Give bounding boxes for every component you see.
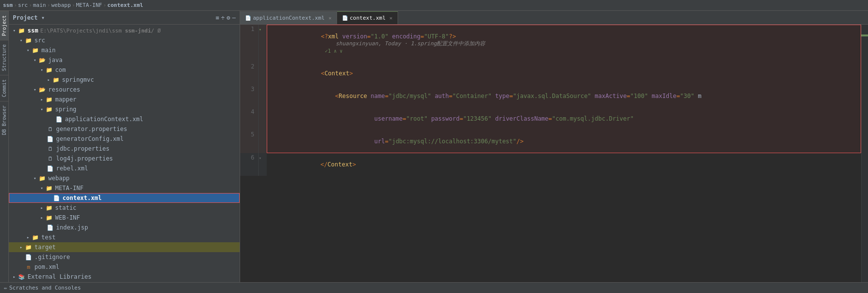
folder-icon-webinf: 📁 bbox=[45, 214, 53, 222]
scratches-bottom-label: Scratches and Consoles bbox=[9, 285, 81, 291]
tree-item-ext-libs[interactable]: ▸ 📚 External Libraries bbox=[9, 272, 240, 282]
tree-arrow-genprop bbox=[39, 127, 46, 131]
breadcrumb-ssm[interactable]: ssm bbox=[3, 2, 13, 8]
folder-icon-metainf: 📁 bbox=[45, 184, 53, 192]
line-num-5: 5 bbox=[240, 130, 259, 153]
tree-item-static[interactable]: ▸ 📁 static bbox=[9, 203, 240, 213]
folder-icon-springmvc: 📁 bbox=[52, 76, 60, 84]
folder-icon-resources: 📂 bbox=[38, 86, 46, 94]
tree-label-springmvc: springmvc bbox=[62, 76, 94, 83]
tree-item-index-jsp[interactable]: 📄 index.jsp bbox=[9, 223, 240, 232]
tree-item-test[interactable]: ▸ 📁 test bbox=[9, 232, 240, 242]
tree-label-extlibs: External Libraries bbox=[28, 273, 92, 280]
tab-close-context[interactable]: ✕ bbox=[390, 15, 393, 21]
tab-close-appctx[interactable]: ✕ bbox=[329, 15, 332, 21]
side-tabs: Project Structure Commit DB Browser bbox=[0, 11, 9, 282]
code-line-2: 2 <Context> bbox=[240, 62, 861, 85]
breadcrumb-main[interactable]: main bbox=[33, 2, 46, 8]
tree-item-log4j-props[interactable]: 🗒 log4j.properties bbox=[9, 154, 240, 163]
lib-icon: 📚 bbox=[18, 273, 26, 281]
tree-item-ssm[interactable]: ▾ 📁 ssm E:\PATS\Projects\jndi\ssm ssm-jn… bbox=[9, 26, 240, 35]
tree-label-log4j: log4j.properties bbox=[56, 155, 113, 162]
prop-icon-jdbc: 🗒 bbox=[46, 145, 54, 153]
breadcrumb-context-xml[interactable]: context.xml bbox=[107, 2, 143, 8]
tree-item-com[interactable]: ▾ 📁 com bbox=[9, 65, 240, 75]
tree-label-test: test bbox=[41, 234, 56, 241]
tree-label-genprop: generator.properties bbox=[56, 126, 127, 132]
tree-item-genconfig[interactable]: 📄 generatorConfig.xml bbox=[9, 134, 240, 144]
tree-item-spring[interactable]: ▾ 📁 spring bbox=[9, 104, 240, 114]
tree-container[interactable]: ▾ 📁 ssm E:\PATS\Projects\jndi\ssm ssm-jn… bbox=[9, 25, 240, 282]
tree-arrow-mapper: ▸ bbox=[38, 97, 45, 102]
tree-item-web-inf[interactable]: ▸ 📁 WEB-INF bbox=[9, 213, 240, 223]
tree-item-applicationcontext[interactable]: 📄 applicationContext.xml bbox=[9, 114, 240, 124]
panel-action-sort[interactable]: ÷ bbox=[221, 14, 224, 21]
tree-arrow-springmvc: ▸ bbox=[45, 77, 52, 82]
tree-label-gitignore: .gitignore bbox=[34, 254, 70, 260]
tree-label-jdbc: jdbc.properties bbox=[56, 145, 109, 152]
tree-arrow-indexjsp bbox=[39, 225, 46, 230]
side-tab-commit[interactable]: Commit bbox=[0, 75, 8, 101]
tree-item-generator-props[interactable]: 🗒 generator.properties bbox=[9, 124, 240, 134]
tree-item-mapper[interactable]: ▸ 📁 mapper bbox=[9, 95, 240, 104]
line-content-4: username="root" password="123456" driver… bbox=[267, 107, 861, 130]
tree-item-springmvc[interactable]: ▸ 📁 springmvc bbox=[9, 75, 240, 85]
code-line-6: 6 ▾ </Context> bbox=[240, 153, 861, 176]
tree-label-genconfig: generatorConfig.xml bbox=[56, 135, 124, 142]
folder-icon: 📁 bbox=[18, 27, 26, 34]
line-gutter-6: ▾ bbox=[259, 153, 267, 176]
tree-label-context: context.xml bbox=[62, 195, 101, 201]
tree-item-jdbc-props[interactable]: 🗒 jdbc.properties bbox=[9, 144, 240, 154]
side-tab-structure[interactable]: Structure bbox=[0, 40, 8, 75]
tree-label-pom: pom.xml bbox=[34, 263, 60, 270]
tab-applicationcontext[interactable]: 📄 applicationContext.xml ✕ bbox=[240, 11, 337, 24]
tree-item-gitignore[interactable]: 📄 .gitignore bbox=[9, 252, 240, 262]
tree-arrow-static: ▸ bbox=[38, 205, 45, 210]
line-content-1: <?xml version="1.0" encoding="UTF-8"?> s… bbox=[267, 25, 861, 62]
xml-icon-appctx: 📄 bbox=[55, 115, 63, 123]
tree-arrow-main: ▾ bbox=[25, 48, 31, 53]
code-scroll-area[interactable]: 1 ▾ <?xml version="1.0" encoding="UTF-8"… bbox=[240, 25, 861, 282]
tree-item-java[interactable]: ▾ 📂 java bbox=[9, 55, 240, 65]
tree-arrow-rebel bbox=[39, 166, 46, 171]
line-gutter-2 bbox=[259, 62, 267, 85]
line-gutter-3 bbox=[259, 85, 267, 107]
side-tab-db-browser[interactable]: DB Browser bbox=[0, 101, 8, 139]
breadcrumb-meta-inf[interactable]: META-INF bbox=[76, 2, 102, 8]
folder-icon-webapp: 📁 bbox=[38, 174, 46, 182]
code-lines: 1 ▾ <?xml version="1.0" encoding="UTF-8"… bbox=[240, 25, 861, 176]
tab-bar: 📄 applicationContext.xml ✕ 📄 context.xml… bbox=[240, 11, 868, 25]
tree-item-webapp[interactable]: ▾ 📁 webapp bbox=[9, 173, 240, 183]
editor-content-wrap: 1 ▾ <?xml version="1.0" encoding="UTF-8"… bbox=[240, 25, 868, 282]
panel-header: Project ▾ ≡ ÷ ⚙ — bbox=[9, 11, 240, 25]
bottom-item-scratches[interactable]: ✏ Scratches and Consoles bbox=[4, 285, 81, 291]
panel-action-list[interactable]: ≡ bbox=[216, 14, 219, 21]
line-gutter-1: ▾ bbox=[259, 25, 267, 62]
bottom-bar: ✏ Scratches and Consoles bbox=[0, 282, 868, 293]
folder-icon-com: 📁 bbox=[45, 66, 53, 74]
tree-item-main[interactable]: ▾ 📁 main bbox=[9, 45, 240, 55]
tree-item-pom[interactable]: m pom.xml bbox=[9, 262, 240, 272]
tree-item-target[interactable]: ▸ 📁 target bbox=[9, 242, 240, 252]
scratches-bottom-icon: ✏ bbox=[4, 285, 7, 291]
tree-item-rebel-xml[interactable]: 📄 rebel.xml bbox=[9, 163, 240, 173]
tab-context[interactable]: 📄 context.xml ✕ bbox=[337, 11, 398, 24]
tree-item-src[interactable]: ▾ 📁 src bbox=[9, 35, 240, 45]
tree-label-ssm-path: E:\PATS\Projects\jndi\ssm ssm-jndi/ Ø bbox=[40, 28, 161, 34]
tree-item-meta-inf[interactable]: ▾ 📁 META-INF bbox=[9, 183, 240, 193]
breadcrumb-src[interactable]: src bbox=[18, 2, 28, 8]
panel-action-close[interactable]: — bbox=[232, 14, 236, 21]
tree-item-resources[interactable]: ▾ 📂 resources bbox=[9, 85, 240, 95]
code-line-5: 5 url="jdbc:mysql://localhost:3306/mytes… bbox=[240, 130, 861, 153]
main-layout: Project Structure Commit DB Browser Proj… bbox=[0, 11, 868, 282]
panel-action-settings[interactable]: ⚙ bbox=[227, 14, 230, 21]
line-gutter-4 bbox=[259, 107, 267, 130]
tree-arrow-src: ▾ bbox=[18, 38, 25, 43]
tree-item-context-xml[interactable]: 📄 context.xml bbox=[9, 193, 240, 203]
side-tab-project[interactable]: Project bbox=[0, 11, 8, 40]
breadcrumb-webapp[interactable]: webapp bbox=[51, 2, 71, 8]
tree-arrow-test: ▸ bbox=[25, 235, 31, 240]
pom-icon: m bbox=[25, 263, 32, 271]
folder-icon-spring: 📁 bbox=[45, 105, 53, 113]
folder-icon-target: 📁 bbox=[25, 243, 32, 251]
